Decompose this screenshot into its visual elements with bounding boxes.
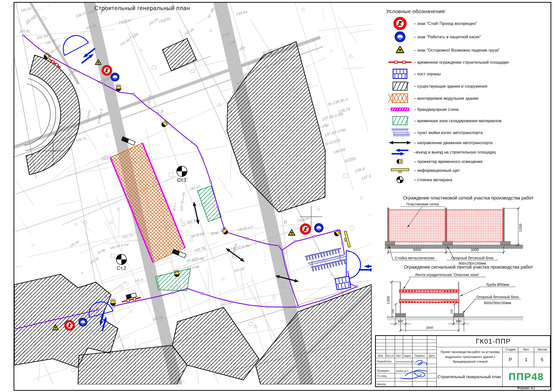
- temp-fence-icon: [388, 61, 412, 63]
- sheet-value: 1: [518, 352, 534, 367]
- wheel-wash-icon: [392, 129, 410, 137]
- sign-stop-icon: [386, 17, 414, 30]
- figure-mesh-fence: Ограждение пластиковой сеткой участка пр…: [385, 196, 552, 265]
- figure-tape-fence: Ограждение сигнальной лентой участка про…: [385, 265, 552, 336]
- legend-item-label: – пункт мойки колес автотранспорта: [414, 130, 483, 135]
- legend-item: – направление движения автотранспорта: [386, 138, 552, 147]
- stop-sign-icon: [395, 18, 405, 29]
- svg-text:Нконтр.: Нконтр.: [377, 383, 386, 386]
- svg-text:Ст.1: Ст.1: [177, 177, 187, 183]
- legend-item-label: – знак "Осторожно! Возможно падение груз…: [414, 48, 500, 53]
- svg-text:Опорный бетонный блок: Опорный бетонный блок: [476, 295, 518, 299]
- project-description: Проект производства работ на установку м…: [437, 347, 503, 367]
- guard-post-icon: [335, 276, 351, 290]
- modular-building-icon: [386, 92, 414, 104]
- legend-item: – существующие здания и сооружения: [386, 80, 552, 92]
- sign-load-warning-icon: [386, 43, 414, 57]
- info-board-icon: [386, 166, 414, 175]
- svg-text:Лист: Лист: [396, 354, 402, 357]
- legend-item-label: – знак "Работать в защитной каске": [414, 35, 481, 39]
- legend-item: – знак "Осторожно! Возможно падение груз…: [386, 43, 552, 57]
- legend-item-label: – информационный щит: [414, 168, 460, 173]
- svg-text:150: 150: [450, 309, 453, 314]
- legend-item-label: – знак "Стой! Проход воспрещен": [414, 21, 477, 26]
- legend-items: – знак "Стой! Проход воспрещен"– знак "Р…: [386, 17, 552, 185]
- temp-fence-icon: [386, 57, 414, 68]
- legend-item: – знак "Стой! Проход воспрещен": [386, 17, 552, 30]
- svg-text:3000: 3000: [426, 326, 433, 330]
- wheel-wash-icon: [386, 127, 414, 138]
- storage-zone-icon: [386, 115, 414, 127]
- helmet-sign-icon: [314, 223, 323, 232]
- svg-text:Ограждение сигнальной лентой у: Ограждение сигнальной лентой участка про…: [404, 265, 533, 270]
- legend-item: – пункт мойки колес автотранспорта: [386, 127, 552, 138]
- legend-item: –въезд и выезд на строительную площадку: [386, 147, 552, 157]
- legend-item-label: – направление движения автотранспорта: [414, 140, 493, 145]
- load-warning-sign-icon: [396, 46, 404, 53]
- svg-text:1200: 1200: [518, 224, 522, 232]
- sheets-value: 5: [534, 352, 550, 367]
- format-label: Формат А2: [517, 386, 535, 390]
- svg-text:600х250х150мм: 600х250х150мм: [484, 301, 511, 305]
- sign-helmet-icon: [386, 30, 414, 43]
- stop-sign-icon: [103, 66, 111, 75]
- doc-title: Строительный генеральный план: [437, 367, 501, 386]
- legend-item: – информационный щит: [386, 166, 552, 175]
- svg-text:Гл.спец.: Гл.спец.: [377, 374, 387, 377]
- svg-text:Кол.уч: Кол.уч: [386, 354, 394, 357]
- svg-text:3000: 3000: [413, 248, 421, 252]
- svg-text:3000: 3000: [471, 248, 479, 252]
- floodlight-icon: [397, 159, 403, 164]
- svg-text:Опорный бетонный блок: Опорный бетонный блок: [451, 256, 493, 260]
- sheets-label: Листов: [534, 347, 550, 352]
- entry-exit-icon: [386, 147, 414, 157]
- svg-text:1200: 1200: [386, 296, 390, 304]
- crane-parking-icon: [177, 166, 187, 176]
- crane-parking-icon: [116, 254, 127, 265]
- svg-text:Лента оградительная "Опасная з: Лента оградительная "Опасная зона": [415, 273, 479, 277]
- legend-item: – временная зона складирования материало…: [386, 115, 552, 127]
- svg-text:Ограждение пластиковой сеткой: Ограждение пластиковой сеткой участка пр…: [403, 196, 534, 200]
- legend-item: – пост охраны: [386, 68, 552, 80]
- svg-text:Ст.2: Ст.2: [117, 265, 126, 271]
- company-logo: ППР48: [502, 367, 550, 386]
- helmet-sign-icon: [111, 73, 119, 81]
- doc-code: ГК01-ППР: [437, 336, 550, 347]
- legend: Условные обозначения: – знак "Стой! Прох…: [386, 8, 552, 185]
- svg-text:150: 150: [391, 309, 394, 314]
- svg-text:№док.: №док.: [404, 354, 412, 357]
- legend-item-label: –въезд и выезд на строительную площадку: [414, 150, 496, 155]
- guard-post-icon: [386, 68, 414, 80]
- svg-text:В: В: [284, 220, 287, 225]
- legend-heading: Условные обозначения:: [386, 8, 552, 14]
- helmet-sign-icon: [395, 32, 405, 42]
- legend-item-label: – пост охраны: [414, 72, 441, 76]
- legend-item-label: – прожектор временного освещения: [414, 159, 482, 164]
- stop-sign-icon: [65, 321, 74, 330]
- svg-text:Проверил: Проверил: [377, 369, 389, 372]
- svg-text:Дата: Дата: [429, 354, 435, 357]
- legend-item: – стоянка автокрана: [386, 175, 552, 185]
- legend-item-label: – брандмауэрная стена: [414, 107, 458, 112]
- traffic-direction-icon: [386, 138, 414, 147]
- site-plan: 141.9220 тр.141.93141.94141.8724 отб.138…: [14, 3, 372, 384]
- svg-text:Изм.: Изм.: [378, 354, 384, 357]
- sheet-label: Лист: [518, 347, 534, 352]
- legend-item: – прожектор временного освещения: [386, 157, 552, 166]
- svg-text:Подпись: Подпись: [415, 354, 425, 357]
- svg-text:Стойка металлическая: Стойка металлическая: [395, 256, 434, 260]
- svg-text:ОПАСНАЯ ЗОНА ОПАСНАЯ ЗОНА: ОПАСНАЯ ЗОНА ОПАСНАЯ ЗОНА: [415, 300, 443, 302]
- floodlight-icon: [386, 157, 414, 166]
- legend-item: – временное ограждение строительной площ…: [386, 57, 552, 68]
- info-board-icon: [391, 169, 409, 173]
- entry-exit-arrows-icon: [392, 149, 408, 156]
- svg-text:141.92: 141.92: [19, 29, 30, 33]
- plan-title: Строительный генеральный план: [94, 5, 190, 12]
- crane-parking-icon: [397, 176, 403, 183]
- legend-item-label: – монтируемое модульное здание: [414, 96, 478, 101]
- svg-text:Хиснатуллин Д.А: Хиснатуллин Д.А: [396, 360, 415, 363]
- svg-text:Разработал: Разработал: [377, 360, 392, 363]
- legend-item: – брандмауэрная стена: [386, 104, 552, 115]
- stage-label: Стадия: [502, 347, 518, 352]
- title-block: Изм.Кол.учЛист№док.ПодписьДатаРазработал…: [375, 335, 551, 387]
